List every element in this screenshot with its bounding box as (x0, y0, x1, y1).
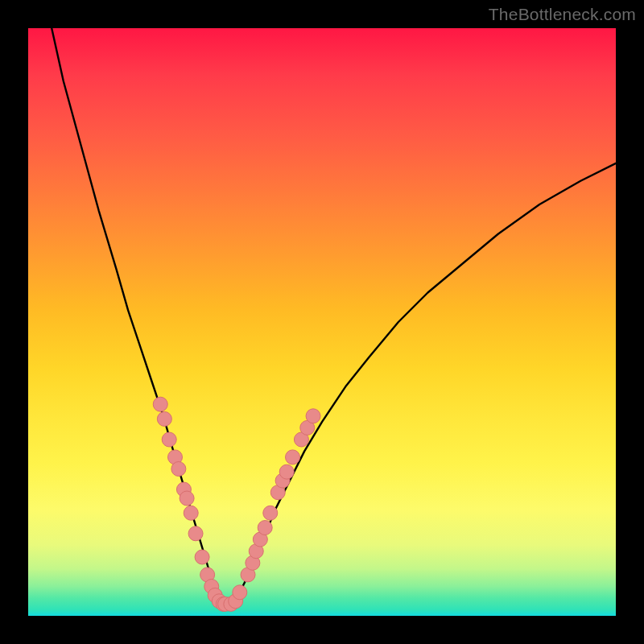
watermark-text: TheBottleneck.com (489, 5, 636, 24)
chart-svg (28, 28, 616, 616)
data-marker (162, 432, 176, 447)
data-marker (180, 491, 194, 506)
chart-frame: TheBottleneck.com (0, 0, 644, 644)
data-marker (184, 506, 198, 520)
data-marker (195, 550, 209, 564)
data-marker (157, 411, 171, 426)
data-marker (188, 526, 203, 541)
data-marker (286, 450, 300, 464)
data-markers (153, 397, 320, 611)
data-marker (153, 397, 167, 411)
bottleneck-curve (52, 28, 616, 604)
data-marker (306, 409, 320, 423)
plot-area (28, 28, 616, 616)
data-marker (233, 585, 247, 600)
data-marker (263, 506, 278, 520)
data-marker (171, 462, 186, 477)
data-marker (279, 464, 294, 479)
data-marker (258, 521, 272, 535)
